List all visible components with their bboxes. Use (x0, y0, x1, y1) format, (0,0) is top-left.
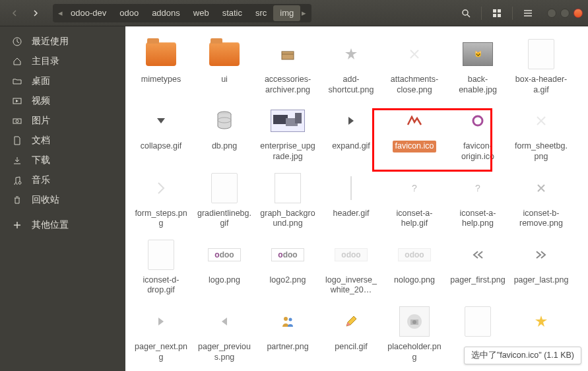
window-minimize-button[interactable] (547, 9, 556, 18)
sidebar-item-videos[interactable]: 视频 (0, 91, 125, 111)
svg-rect-2 (493, 9, 496, 13)
folder-item[interactable]: ui (193, 37, 256, 96)
file-area[interactable]: mimetypesuiaccessories-archiver.pngadd-s… (125, 26, 588, 371)
faint-x-icon (524, 104, 558, 138)
camera-icon (12, 116, 22, 126)
svg-point-27 (412, 320, 416, 324)
status-bubble: 选中了"favicon.ico" (1.1 KB) (464, 347, 581, 364)
file-item[interactable]: favicon.ico (383, 104, 446, 162)
file-item[interactable]: pager_previous.png (193, 304, 256, 363)
breadcrumb-item[interactable]: odoo-dev (64, 5, 113, 21)
blank-bordered-icon (271, 171, 305, 205)
file-item[interactable]: gradientlinebg.gif (193, 171, 256, 230)
file-item[interactable]: odoologo.png (193, 238, 256, 296)
file-item[interactable]: iconset-d-drop.gif (129, 238, 193, 296)
file-item[interactable]: iconset-b-remove.png (509, 171, 573, 230)
chevron-right-icon[interactable]: ▸ (300, 8, 308, 18)
folder-icon (207, 37, 242, 71)
file-item[interactable]: 🐱back-enable.jpg (446, 37, 509, 96)
hamburger-menu-button[interactable] (518, 4, 538, 22)
sidebar-item-home[interactable]: 主目录 (0, 51, 125, 71)
file-item[interactable]: enterprise_upgrade.jpg (256, 104, 319, 162)
folder-item[interactable]: mimetypes (129, 37, 193, 96)
breadcrumb-item[interactable]: src (249, 5, 273, 21)
sidebar-item-documents[interactable]: 文档 (0, 131, 125, 151)
file-item[interactable]: placeholder.png (383, 304, 446, 363)
svg-rect-16 (273, 115, 288, 124)
sidebar-item-label: 其他位置 (32, 219, 69, 231)
file-item[interactable]: db.png (193, 104, 256, 162)
view-grid-button[interactable] (487, 4, 507, 22)
sidebar-item-trash[interactable]: 回收站 (0, 190, 125, 210)
file-item[interactable]: add-shortcut.png (319, 37, 383, 96)
line-icon (334, 171, 368, 205)
svg-rect-18 (295, 113, 302, 123)
file-item[interactable]: form_sheetbg.png (509, 104, 573, 162)
tri-right-gray-icon (144, 304, 178, 339)
breadcrumb-item-current[interactable]: img (273, 5, 300, 21)
chevron-left-icon[interactable]: ◂ (57, 8, 64, 18)
breadcrumb-item[interactable]: addons (145, 5, 187, 21)
sidebar-item-label: 最近使用 (32, 36, 69, 48)
file-item[interactable]: pager_last.png (509, 238, 573, 296)
file-item[interactable]: collapse.gif (129, 104, 193, 162)
pager-first-icon (461, 238, 495, 272)
breadcrumb-item[interactable]: web (187, 5, 216, 21)
window-close-button[interactable] (573, 9, 583, 18)
nav-forward-button[interactable] (26, 4, 45, 22)
file-label: placeholder.png (384, 341, 445, 363)
svg-rect-4 (493, 14, 496, 17)
sidebar-item-pictures[interactable]: 图片 (0, 111, 125, 131)
search-icon (461, 9, 471, 18)
breadcrumb-item[interactable]: static (216, 5, 249, 21)
file-item[interactable]: ?iconset-a-help.gif (383, 171, 446, 230)
file-label: iconset-d-drop.gif (131, 275, 191, 296)
search-button[interactable] (456, 4, 476, 22)
file-item[interactable]: accessories-archiver.png (256, 37, 319, 96)
sidebar-item-music[interactable]: 音乐 (0, 170, 125, 190)
window-controls (547, 9, 583, 18)
svg-point-19 (473, 116, 482, 125)
window-maximize-button[interactable] (560, 9, 570, 18)
sidebar-item-other-locations[interactable]: 其他位置 (0, 215, 125, 235)
file-item[interactable]: box-a-header-a.gif (509, 37, 573, 96)
file-item[interactable]: header.gif (319, 171, 383, 230)
ring-icon (461, 104, 495, 138)
file-item[interactable]: attachments-close.png (383, 37, 446, 96)
tri-down-icon (144, 104, 178, 138)
sidebar-item-label: 桌面 (32, 75, 50, 87)
breadcrumb-item[interactable]: odoo (113, 5, 145, 21)
file-label: accessories-archiver.png (257, 74, 318, 96)
camera-circle-icon (397, 304, 432, 339)
file-item[interactable]: form_steps.png (129, 171, 193, 230)
file-item[interactable]: graph_background.png (256, 171, 319, 230)
file-label: pager_next.png (131, 341, 191, 363)
download-icon (12, 155, 22, 166)
file-item[interactable]: odoonologo.png (383, 238, 446, 296)
sidebar-item-downloads[interactable]: 下载 (0, 151, 125, 170)
file-item[interactable]: favicon-origin.ico (446, 104, 509, 162)
file-item[interactable]: odoologo2.png (256, 238, 319, 296)
file-item[interactable]: odoologo_inverse_white_20… (319, 238, 383, 296)
file-item[interactable]: pager_first.png (446, 238, 509, 296)
sidebar-item-label: 图片 (32, 115, 50, 127)
file-item[interactable]: pencil.gif (319, 304, 383, 363)
faint-x-icon (397, 37, 432, 71)
file-item[interactable]: partner.png (256, 304, 319, 363)
file-label: logo2.png (268, 275, 308, 287)
chevron-r-gray-icon (144, 171, 178, 205)
file-label: pager_previous.png (194, 341, 255, 363)
sidebar-item-label: 主目录 (32, 55, 59, 67)
svg-text:?: ? (475, 183, 480, 193)
file-item[interactable]: ?iconset-a-help.png (446, 171, 509, 230)
file-label: partner.png (265, 341, 310, 353)
sidebar-item-recent[interactable]: 最近使用 (0, 32, 125, 51)
svg-point-23 (284, 317, 288, 321)
file-item[interactable]: expand.gif (319, 104, 383, 162)
sidebar-item-desktop[interactable]: 桌面 (0, 71, 125, 91)
sidebar-item-label: 文档 (32, 135, 50, 147)
top-toolbar: ◂ odoo-dev odoo addons web static src im… (0, 0, 588, 26)
qmark-icon: ? (461, 171, 495, 205)
svg-point-24 (289, 318, 292, 321)
file-item[interactable]: pager_next.png (129, 304, 193, 363)
